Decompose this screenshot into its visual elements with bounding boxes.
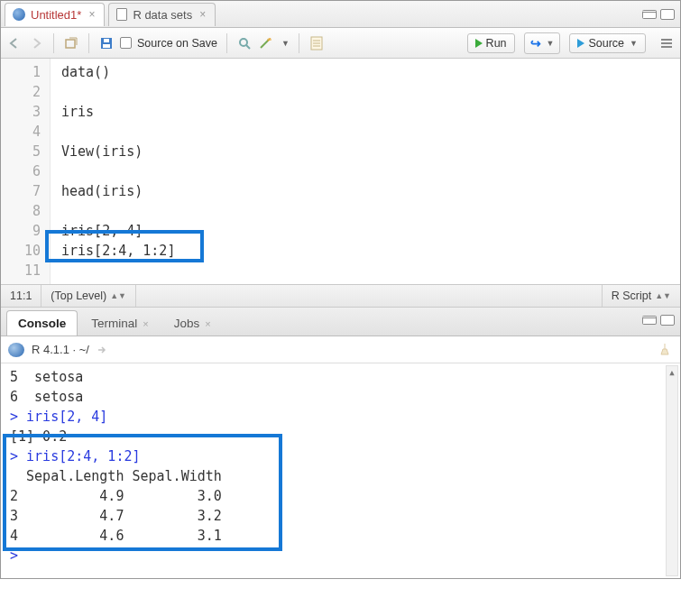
wand-icon[interactable]	[258, 35, 274, 51]
source-arrow-icon	[577, 39, 584, 48]
forward-icon[interactable]	[28, 35, 44, 51]
code-editor[interactable]: 123 456 789 1011 data() iris View(iris) …	[1, 59, 680, 284]
pane-window-controls	[642, 315, 680, 329]
svg-rect-2	[103, 44, 110, 48]
highlight-box	[45, 230, 204, 262]
editor-pane: Untitled1* × R data sets ×	[1, 1, 680, 308]
highlight-box	[3, 434, 282, 551]
dropdown-icon[interactable]: ▼	[547, 39, 555, 48]
dropdown-icon[interactable]: ▼	[281, 39, 290, 48]
minimize-pane-icon[interactable]	[642, 10, 657, 19]
svg-line-5	[246, 45, 250, 49]
tab-console[interactable]: Console	[6, 310, 78, 336]
svg-rect-0	[66, 40, 75, 48]
clear-console-icon[interactable]	[657, 342, 673, 358]
rerun-icon: ↪	[530, 36, 541, 51]
line-gutter: 123 456 789 1011	[1, 59, 51, 284]
svg-rect-3	[104, 39, 109, 42]
dropdown-icon[interactable]: ▼	[630, 39, 638, 48]
cursor-position: 11:1	[1, 285, 41, 307]
close-icon[interactable]: ×	[87, 8, 97, 21]
code-area[interactable]: data() iris View(iris) head(iris) iris[2…	[51, 59, 175, 284]
scroll-up-icon[interactable]: ▲	[667, 366, 677, 379]
editor-tab-untitled1[interactable]: Untitled1* ×	[5, 3, 105, 26]
pane-window-controls	[642, 9, 680, 20]
scope-selector[interactable]: (Top Level)▲▼	[41, 285, 136, 307]
minimize-pane-icon[interactable]	[642, 316, 657, 325]
close-icon[interactable]: ×	[143, 318, 148, 329]
r-logo-icon	[13, 8, 25, 21]
back-icon[interactable]	[6, 35, 23, 51]
tab-jobs[interactable]: Jobs×	[162, 310, 223, 336]
maximize-pane-icon[interactable]	[660, 9, 675, 20]
sort-icon: ▲▼	[110, 291, 126, 300]
run-button-label: Run	[486, 37, 507, 50]
svg-point-4	[240, 39, 247, 46]
run-arrow-icon	[475, 39, 483, 48]
console-info-bar: R 4.1.1 · ~/	[1, 336, 680, 363]
console-output[interactable]: 5 setosa6 setosa> iris[2, 4][1] 0.2> iri…	[1, 363, 680, 578]
show-in-new-window-icon[interactable]	[63, 35, 79, 51]
sort-icon: ▲▼	[655, 291, 671, 300]
doc-icon	[116, 8, 127, 21]
run-button[interactable]: Run	[467, 33, 515, 53]
popout-icon[interactable]	[97, 344, 109, 356]
report-icon[interactable]	[308, 35, 325, 51]
vertical-scrollbar[interactable]: ▲	[666, 365, 678, 576]
editor-tab-strip: Untitled1* × R data sets ×	[1, 1, 680, 28]
close-icon[interactable]: ×	[198, 8, 207, 21]
source-button[interactable]: Source ▼	[569, 33, 646, 53]
editor-tab-rdatasets[interactable]: R data sets ×	[108, 3, 216, 26]
save-icon[interactable]	[98, 35, 115, 51]
console-tab-strip: Console Terminal× Jobs×	[1, 308, 680, 336]
editor-toolbar: Source on Save ▼ Run ↪ ▼ Source	[1, 28, 680, 59]
svg-line-6	[261, 40, 269, 48]
source-on-save-label: Source on Save	[137, 37, 217, 50]
console-pane: Console Terminal× Jobs× R 4.1.1 · ~/ 5 s…	[1, 308, 680, 578]
tab-label: R data sets	[133, 8, 192, 22]
tab-label: Untitled1*	[31, 8, 81, 22]
source-on-save-checkbox[interactable]	[120, 37, 132, 49]
r-logo-icon	[8, 343, 24, 357]
r-version-path: R 4.1.1 · ~/	[32, 343, 89, 356]
source-button-label: Source	[588, 37, 624, 50]
find-icon[interactable]	[236, 35, 253, 51]
close-icon[interactable]: ×	[205, 318, 210, 329]
tab-terminal[interactable]: Terminal×	[79, 310, 160, 336]
editor-status-bar: 11:1 (Top Level)▲▼ R Script▲▼	[1, 284, 680, 308]
file-type-selector[interactable]: R Script▲▼	[602, 285, 680, 307]
maximize-pane-icon[interactable]	[660, 315, 675, 326]
outline-icon[interactable]	[658, 35, 675, 51]
rerun-button[interactable]: ↪ ▼	[524, 32, 561, 54]
